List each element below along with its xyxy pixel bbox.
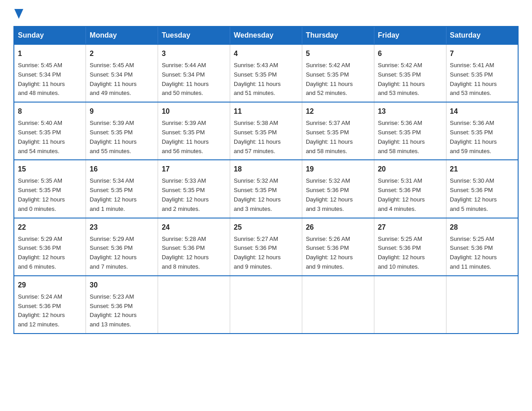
calendar-day-cell: 22Sunrise: 5:29 AMSunset: 5:36 PMDayligh… <box>14 218 86 276</box>
day-of-week-header: Tuesday <box>158 26 230 44</box>
calendar-day-cell: 26Sunrise: 5:26 AMSunset: 5:36 PMDayligh… <box>302 218 374 276</box>
day-info: Sunrise: 5:37 AMSunset: 5:35 PMDaylight:… <box>306 119 370 156</box>
calendar-day-cell: 20Sunrise: 5:31 AMSunset: 5:36 PMDayligh… <box>374 160 446 218</box>
calendar-header-row: SundayMondayTuesdayWednesdayThursdayFrid… <box>14 26 518 44</box>
day-info: Sunrise: 5:26 AMSunset: 5:36 PMDaylight:… <box>306 235 370 272</box>
day-number: 12 <box>306 106 370 117</box>
calendar-day-cell: 7Sunrise: 5:41 AMSunset: 5:35 PMDaylight… <box>446 44 518 102</box>
day-info: Sunrise: 5:25 AMSunset: 5:36 PMDaylight:… <box>378 235 442 272</box>
day-info: Sunrise: 5:39 AMSunset: 5:35 PMDaylight:… <box>162 119 226 156</box>
day-info: Sunrise: 5:33 AMSunset: 5:35 PMDaylight:… <box>162 176 226 214</box>
day-of-week-header: Thursday <box>302 26 374 44</box>
day-info: Sunrise: 5:23 AMSunset: 5:36 PMDaylight:… <box>90 292 154 330</box>
calendar-day-cell: 1Sunrise: 5:45 AMSunset: 5:34 PMDaylight… <box>14 44 86 102</box>
calendar-week-row: 1Sunrise: 5:45 AMSunset: 5:34 PMDaylight… <box>14 44 518 102</box>
calendar-day-cell: 19Sunrise: 5:32 AMSunset: 5:36 PMDayligh… <box>302 160 374 218</box>
day-info: Sunrise: 5:27 AMSunset: 5:36 PMDaylight:… <box>234 235 298 272</box>
calendar-day-cell <box>446 276 518 334</box>
day-number: 2 <box>90 48 154 59</box>
calendar-day-cell: 21Sunrise: 5:30 AMSunset: 5:36 PMDayligh… <box>446 160 518 218</box>
day-number: 26 <box>306 222 370 233</box>
calendar-day-cell: 8Sunrise: 5:40 AMSunset: 5:35 PMDaylight… <box>14 102 86 160</box>
calendar-day-cell: 2Sunrise: 5:45 AMSunset: 5:34 PMDaylight… <box>86 44 158 102</box>
calendar-day-cell: 5Sunrise: 5:42 AMSunset: 5:35 PMDaylight… <box>302 44 374 102</box>
day-info: Sunrise: 5:36 AMSunset: 5:35 PMDaylight:… <box>450 119 514 156</box>
calendar-day-cell: 6Sunrise: 5:42 AMSunset: 5:35 PMDaylight… <box>374 44 446 102</box>
day-of-week-header: Wednesday <box>230 26 302 44</box>
day-number: 24 <box>162 222 226 233</box>
calendar-day-cell: 24Sunrise: 5:28 AMSunset: 5:36 PMDayligh… <box>158 218 230 276</box>
day-info: Sunrise: 5:29 AMSunset: 5:36 PMDaylight:… <box>90 235 154 272</box>
day-info: Sunrise: 5:41 AMSunset: 5:35 PMDaylight:… <box>450 61 514 98</box>
day-info: Sunrise: 5:36 AMSunset: 5:35 PMDaylight:… <box>378 119 442 156</box>
day-info: Sunrise: 5:44 AMSunset: 5:34 PMDaylight:… <box>162 61 226 98</box>
calendar-day-cell: 12Sunrise: 5:37 AMSunset: 5:35 PMDayligh… <box>302 102 374 160</box>
day-info: Sunrise: 5:31 AMSunset: 5:36 PMDaylight:… <box>378 176 442 214</box>
calendar-day-cell: 18Sunrise: 5:32 AMSunset: 5:35 PMDayligh… <box>230 160 302 218</box>
calendar-day-cell <box>374 276 446 334</box>
calendar-week-row: 15Sunrise: 5:35 AMSunset: 5:35 PMDayligh… <box>14 160 518 218</box>
logo-triangle-icon <box>14 9 23 19</box>
calendar-day-cell: 13Sunrise: 5:36 AMSunset: 5:35 PMDayligh… <box>374 102 446 160</box>
day-info: Sunrise: 5:45 AMSunset: 5:34 PMDaylight:… <box>90 61 154 98</box>
calendar-day-cell: 25Sunrise: 5:27 AMSunset: 5:36 PMDayligh… <box>230 218 302 276</box>
day-number: 4 <box>234 48 298 59</box>
day-number: 22 <box>18 222 82 233</box>
calendar-day-cell: 28Sunrise: 5:25 AMSunset: 5:36 PMDayligh… <box>446 218 518 276</box>
day-info: Sunrise: 5:24 AMSunset: 5:36 PMDaylight:… <box>18 292 82 330</box>
day-number: 17 <box>162 164 226 175</box>
day-number: 27 <box>378 222 442 233</box>
day-info: Sunrise: 5:34 AMSunset: 5:35 PMDaylight:… <box>90 176 154 214</box>
day-number: 6 <box>378 48 442 59</box>
calendar-day-cell: 14Sunrise: 5:36 AMSunset: 5:35 PMDayligh… <box>446 102 518 160</box>
calendar-day-cell: 29Sunrise: 5:24 AMSunset: 5:36 PMDayligh… <box>14 276 86 334</box>
day-of-week-header: Saturday <box>446 26 518 44</box>
calendar-week-row: 8Sunrise: 5:40 AMSunset: 5:35 PMDaylight… <box>14 102 518 160</box>
calendar-day-cell: 16Sunrise: 5:34 AMSunset: 5:35 PMDayligh… <box>86 160 158 218</box>
calendar-week-row: 22Sunrise: 5:29 AMSunset: 5:36 PMDayligh… <box>14 218 518 276</box>
calendar-table: SundayMondayTuesdayWednesdayThursdayFrid… <box>13 26 519 334</box>
day-info: Sunrise: 5:35 AMSunset: 5:35 PMDaylight:… <box>18 176 82 214</box>
day-info: Sunrise: 5:29 AMSunset: 5:36 PMDaylight:… <box>18 235 82 272</box>
calendar-day-cell: 27Sunrise: 5:25 AMSunset: 5:36 PMDayligh… <box>374 218 446 276</box>
calendar-day-cell: 23Sunrise: 5:29 AMSunset: 5:36 PMDayligh… <box>86 218 158 276</box>
day-number: 30 <box>90 280 154 291</box>
calendar-day-cell: 17Sunrise: 5:33 AMSunset: 5:35 PMDayligh… <box>158 160 230 218</box>
day-info: Sunrise: 5:30 AMSunset: 5:36 PMDaylight:… <box>450 176 514 214</box>
calendar-day-cell <box>302 276 374 334</box>
day-number: 13 <box>378 106 442 117</box>
day-number: 1 <box>18 48 82 59</box>
day-of-week-header: Monday <box>86 26 158 44</box>
day-info: Sunrise: 5:42 AMSunset: 5:35 PMDaylight:… <box>306 61 370 98</box>
svg-marker-0 <box>14 9 23 19</box>
day-info: Sunrise: 5:39 AMSunset: 5:35 PMDaylight:… <box>90 119 154 156</box>
day-number: 8 <box>18 106 82 117</box>
calendar-day-cell: 9Sunrise: 5:39 AMSunset: 5:35 PMDaylight… <box>86 102 158 160</box>
calendar-day-cell <box>230 276 302 334</box>
day-number: 3 <box>162 48 226 59</box>
day-of-week-header: Friday <box>374 26 446 44</box>
day-number: 9 <box>90 106 154 117</box>
calendar-day-cell: 10Sunrise: 5:39 AMSunset: 5:35 PMDayligh… <box>158 102 230 160</box>
day-info: Sunrise: 5:32 AMSunset: 5:36 PMDaylight:… <box>306 176 370 214</box>
day-number: 10 <box>162 106 226 117</box>
calendar-day-cell <box>158 276 230 334</box>
day-number: 28 <box>450 222 514 233</box>
day-info: Sunrise: 5:40 AMSunset: 5:35 PMDaylight:… <box>18 119 82 156</box>
day-number: 14 <box>450 106 514 117</box>
day-number: 25 <box>234 222 298 233</box>
calendar-day-cell: 4Sunrise: 5:43 AMSunset: 5:35 PMDaylight… <box>230 44 302 102</box>
day-number: 16 <box>90 164 154 175</box>
day-info: Sunrise: 5:28 AMSunset: 5:36 PMDaylight:… <box>162 235 226 272</box>
calendar-day-cell: 15Sunrise: 5:35 AMSunset: 5:35 PMDayligh… <box>14 160 86 218</box>
page-header <box>13 9 519 17</box>
calendar-day-cell: 30Sunrise: 5:23 AMSunset: 5:36 PMDayligh… <box>86 276 158 334</box>
day-info: Sunrise: 5:25 AMSunset: 5:36 PMDaylight:… <box>450 235 514 272</box>
day-info: Sunrise: 5:42 AMSunset: 5:35 PMDaylight:… <box>378 61 442 98</box>
day-info: Sunrise: 5:45 AMSunset: 5:34 PMDaylight:… <box>18 61 82 98</box>
day-number: 20 <box>378 164 442 175</box>
day-number: 21 <box>450 164 514 175</box>
day-info: Sunrise: 5:43 AMSunset: 5:35 PMDaylight:… <box>234 61 298 98</box>
day-number: 11 <box>234 106 298 117</box>
day-of-week-header: Sunday <box>14 26 86 44</box>
